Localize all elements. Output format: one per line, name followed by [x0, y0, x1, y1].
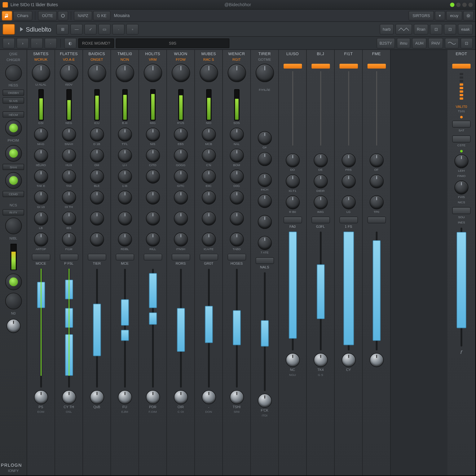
gain-knob[interactable]	[227, 64, 246, 82]
pan-knob[interactable]	[174, 390, 187, 404]
pan-knob[interactable]	[202, 390, 216, 404]
eq-knob-5[interactable]	[34, 232, 48, 246]
eq-knob-0[interactable]	[118, 128, 132, 142]
pan-knob[interactable]	[62, 390, 76, 404]
eq-knob-2[interactable]	[118, 170, 132, 183]
eq-knob-5[interactable]	[202, 232, 216, 246]
pan-knob[interactable]	[90, 390, 104, 404]
pan-knob[interactable]	[34, 390, 48, 404]
eq-knob-4[interactable]	[230, 211, 244, 225]
eq-knob-3[interactable]	[258, 194, 271, 208]
t3-right-2[interactable]: AUH	[412, 38, 427, 48]
t3-btn-b[interactable]: ›	[17, 38, 29, 48]
eq-knob-2[interactable]	[285, 195, 299, 209]
channel-fader[interactable]	[335, 230, 362, 352]
master-fader[interactable]	[449, 226, 474, 348]
master-pill[interactable]	[452, 64, 470, 69]
eq-knob-4[interactable]	[34, 211, 48, 225]
eq-knob-1[interactable]	[174, 148, 187, 162]
t3-btn-d[interactable]: ·	[45, 38, 57, 48]
gain-knob[interactable]	[255, 64, 274, 82]
eq-knob-5[interactable]	[90, 232, 104, 246]
mute-button[interactable]	[311, 217, 330, 223]
master-btn-2[interactable]	[452, 207, 470, 214]
mute-button[interactable]	[116, 254, 134, 260]
channel-fader[interactable]	[223, 267, 250, 390]
eq-knob-3[interactable]	[90, 191, 104, 205]
t3-right-1[interactable]: ihnu	[397, 38, 410, 48]
eq-knob-4[interactable]	[118, 211, 132, 225]
master-knob-1[interactable]	[454, 180, 468, 194]
channel-fader[interactable]	[83, 267, 111, 390]
tool-btn-f[interactable]: ▫	[126, 24, 139, 34]
menu-item-1[interactable]: OÜTE	[38, 11, 57, 20]
eq-knob-1[interactable]	[258, 152, 271, 166]
eq-knob-1[interactable]	[202, 148, 216, 162]
master-knob-0[interactable]	[454, 154, 468, 168]
channel-fader[interactable]	[139, 267, 166, 390]
eq-knob-1[interactable]	[90, 148, 104, 162]
side-knob-4[interactable]	[5, 218, 22, 234]
value-display[interactable]: S9S	[116, 38, 230, 48]
channel-fader[interactable]	[307, 230, 334, 352]
gain-knob[interactable]	[32, 64, 50, 82]
eq-knob-0[interactable]	[342, 153, 355, 167]
eq-knob-4[interactable]	[202, 211, 216, 225]
channel-fader[interactable]	[279, 230, 306, 352]
eq-knob-0[interactable]	[369, 153, 383, 167]
side-btn-4[interactable]: CEMD	[2, 191, 24, 197]
eq-knob-5[interactable]	[118, 232, 132, 246]
eq-knob-3[interactable]	[230, 191, 244, 205]
eq-knob-2[interactable]	[62, 170, 76, 183]
gain-knob[interactable]	[143, 64, 162, 82]
channel-fader[interactable]	[167, 267, 195, 390]
channel-pill[interactable]	[283, 64, 302, 69]
menu-right-icon[interactable]: ▾	[435, 11, 445, 20]
pan-knob[interactable]	[285, 353, 299, 367]
minimize-button[interactable]	[456, 2, 461, 7]
side-knob-5[interactable]	[5, 274, 22, 290]
mute-button[interactable]	[367, 217, 386, 223]
eq-knob-5[interactable]	[146, 232, 160, 246]
mute-button[interactable]	[32, 254, 50, 260]
mute-button[interactable]	[255, 257, 274, 264]
tool-right-wave[interactable]	[395, 24, 412, 34]
side-knob-0[interactable]	[5, 65, 22, 82]
eq-knob-5[interactable]	[258, 236, 271, 250]
eq-knob-1[interactable]	[146, 148, 160, 162]
channel-pill[interactable]	[339, 64, 358, 69]
side-knob-2[interactable]	[5, 145, 22, 162]
master-btn-1[interactable]	[452, 135, 470, 143]
pan-knob[interactable]	[230, 390, 244, 404]
eq-knob-5[interactable]	[62, 232, 76, 246]
eq-knob-2[interactable]	[202, 170, 216, 183]
t3-right-0[interactable]: B2STY	[377, 38, 395, 48]
pan-knob[interactable]	[258, 394, 271, 408]
eq-knob-0[interactable]	[230, 128, 244, 142]
mute-button[interactable]	[171, 254, 190, 260]
eq-knob-1[interactable]	[285, 174, 299, 188]
eq-knob-4[interactable]	[146, 211, 160, 225]
menu-item-2[interactable]: NAPZ	[74, 11, 92, 20]
t3-btn-a[interactable]: ‹	[2, 38, 15, 48]
gain-knob[interactable]	[88, 64, 106, 82]
menu-item-0[interactable]: Cihars	[13, 11, 32, 20]
eq-knob-4[interactable]	[258, 215, 271, 229]
eq-knob-2[interactable]	[146, 170, 160, 183]
eq-knob-1[interactable]	[62, 148, 76, 162]
tool-right-0[interactable]: harb	[380, 24, 394, 34]
eq-knob-2[interactable]	[34, 170, 48, 183]
gain-knob[interactable]	[60, 64, 78, 82]
menu-right-1[interactable]: ecuy	[446, 11, 462, 20]
mute-button[interactable]	[60, 254, 78, 260]
side-btn-3[interactable]: SHAI	[2, 164, 24, 170]
t3-right-5[interactable]: ⊡	[461, 38, 473, 48]
eq-knob-0[interactable]	[34, 128, 48, 142]
menu-settings-button[interactable]	[463, 11, 474, 20]
eq-knob-2[interactable]	[174, 170, 187, 183]
eq-knob-3[interactable]	[202, 191, 216, 205]
tool-btn-c[interactable]: ✓	[85, 24, 97, 34]
channel-fader[interactable]	[363, 230, 390, 352]
pan-knob[interactable]	[342, 353, 355, 367]
eq-knob-3[interactable]	[34, 191, 48, 205]
